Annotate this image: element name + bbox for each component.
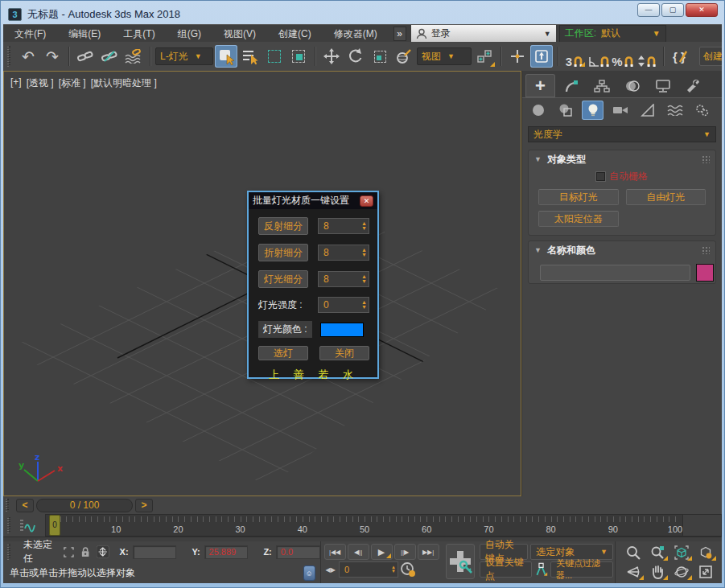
zoom-extents-all-button[interactable] — [694, 544, 717, 561]
menu-file[interactable]: 文件(F) — [3, 25, 57, 43]
select-link-button[interactable] — [74, 45, 97, 68]
close-button[interactable]: ✕ — [686, 3, 718, 17]
nudge-frame-icon[interactable]: ◀▶ — [324, 566, 337, 574]
select-move-button[interactable] — [320, 45, 343, 68]
zoom-extents-button[interactable] — [670, 544, 693, 561]
spinner-arrows-icon[interactable]: ▲▼ — [391, 562, 396, 577]
unlink-button[interactable] — [98, 45, 121, 68]
current-frame-field[interactable]: 0▲▼ — [339, 561, 398, 578]
key-filters-icon[interactable] — [534, 561, 548, 578]
reflect-subdiv-spinner[interactable]: 8▲▼ — [318, 218, 369, 234]
select-rotate-button[interactable] — [344, 45, 367, 68]
ruler-grip[interactable] — [7, 517, 13, 533]
select-manipulate-button[interactable] — [506, 45, 529, 68]
menu-modifiers[interactable]: 修改器(M) — [323, 25, 389, 43]
isolate-selection-button[interactable]: ☺ — [303, 565, 315, 581]
tab-hierarchy[interactable] — [587, 74, 616, 97]
category-cameras[interactable] — [609, 101, 631, 120]
next-frame-button[interactable]: > — [135, 499, 153, 512]
use-center-button[interactable] — [473, 45, 496, 68]
spinner-arrows-icon[interactable]: ▲▼ — [361, 245, 367, 260]
z-coord-field[interactable]: 0.0 — [276, 545, 320, 559]
dialog-close-button[interactable]: ✕ — [360, 195, 373, 207]
select-lights-button[interactable]: 选灯 — [258, 346, 308, 360]
time-slider-handle[interactable]: 0 — [49, 515, 60, 536]
timeline-grip[interactable] — [6, 499, 11, 512]
coord-system-dropdown[interactable]: 视图▼ — [417, 47, 472, 65]
select-scale-button[interactable] — [369, 45, 391, 68]
select-object-button[interactable] — [215, 45, 237, 68]
dialog-title-bar[interactable]: 批量灯光材质一键设置 ✕ — [249, 192, 377, 209]
category-spacewarps[interactable] — [664, 101, 686, 120]
spinner-arrows-icon[interactable]: ▲▼ — [361, 298, 367, 312]
light-color-swatch[interactable] — [320, 323, 364, 337]
select-place-button[interactable] — [393, 45, 415, 68]
menu-create[interactable]: 创建(C) — [267, 25, 323, 43]
select-by-name-button[interactable] — [239, 45, 262, 68]
light-subdiv-button[interactable]: 灯光细分 — [258, 270, 308, 288]
category-geometry[interactable] — [527, 101, 549, 120]
time-configuration-icon[interactable] — [400, 561, 416, 578]
pan-button[interactable] — [646, 563, 669, 581]
orbit-button[interactable] — [670, 563, 693, 581]
workspace-dropdown[interactable]: 工作区: 默认 ▼ — [559, 25, 666, 43]
go-to-end-button[interactable]: ▶▶| — [418, 544, 439, 560]
menu-overflow-button[interactable]: » — [393, 27, 406, 41]
field-of-view-button[interactable] — [622, 563, 645, 581]
reflect-subdiv-button[interactable]: 反射细分 — [258, 217, 308, 235]
tab-display[interactable] — [648, 74, 678, 97]
maximize-viewport-toggle-button[interactable] — [694, 563, 717, 581]
light-type-dropdown[interactable]: 光度学▼ — [528, 126, 716, 142]
mini-curve-editor-icon[interactable] — [19, 518, 36, 532]
angle-snap-button[interactable] — [587, 45, 610, 68]
selection-filter-dropdown[interactable]: L-灯光▼ — [155, 47, 213, 65]
time-ruler[interactable]: 0 102030405060708090100 — [45, 514, 722, 537]
toolbar-grip[interactable] — [7, 46, 13, 67]
zoom-all-button[interactable] — [646, 544, 669, 561]
named-selection-sets-button[interactable]: { } — [669, 45, 691, 68]
title-bar[interactable]: 3 无标题 - Autodesk 3ds Max 2018 — ▢ ✕ — [0, 0, 725, 24]
lock-icon[interactable] — [81, 546, 89, 558]
viewport-menu-shading[interactable]: [默认明暗处理 ] — [91, 76, 157, 90]
percent-snap-button[interactable]: % — [612, 45, 634, 68]
zoom-button[interactable] — [622, 544, 645, 561]
target-light-button[interactable]: 目标灯光 — [538, 189, 619, 205]
object-color-swatch[interactable] — [696, 264, 714, 282]
y-coord-field[interactable]: 25.889 — [204, 545, 249, 559]
redo-button[interactable]: ↷ — [41, 45, 64, 68]
tab-create[interactable]: + — [525, 74, 555, 97]
tab-motion[interactable] — [617, 74, 647, 97]
rollout-grip-icon[interactable] — [702, 155, 710, 163]
create-toolbar-label[interactable]: 创建 — [699, 47, 722, 66]
viewport-menu-pov[interactable]: [透视 ] — [27, 76, 54, 90]
login-button[interactable]: 登录 ▼ — [411, 25, 556, 43]
tab-modify[interactable] — [556, 74, 586, 97]
menu-views[interactable]: 视图(V) — [212, 25, 267, 43]
key-filters-button[interactable]: 关键点过滤器... — [550, 561, 613, 578]
bind-spacewarp-button[interactable] — [122, 45, 145, 68]
rollout-grip-icon[interactable] — [702, 246, 710, 254]
perspective-viewport[interactable]: [+] [透视 ] [标准 ] [默认明暗处理 ] — [3, 71, 521, 496]
light-intensity-spinner[interactable]: 0▲▼ — [318, 297, 369, 313]
category-systems[interactable] — [691, 101, 713, 120]
refract-subdiv-spinner[interactable]: 8▲▼ — [318, 245, 369, 261]
undo-button[interactable]: ↶ — [17, 45, 39, 68]
minimize-button[interactable]: — — [637, 3, 660, 17]
autogrid-checkbox[interactable] — [596, 172, 605, 181]
x-coord-field[interactable] — [133, 545, 177, 559]
keyboard-override-button[interactable] — [530, 45, 553, 68]
snap-3d-button[interactable]: 3 — [563, 45, 586, 68]
object-name-input[interactable] — [540, 265, 690, 281]
free-light-button[interactable]: 自由灯光 — [626, 189, 706, 205]
name-color-rollout-header[interactable]: ▼ 名称和颜色 — [529, 241, 715, 259]
spinner-snap-button[interactable] — [636, 45, 658, 68]
sun-positioner-button[interactable]: 太阳定位器 — [538, 211, 619, 227]
window-crossing-button[interactable] — [287, 45, 310, 68]
viewport-menu-general[interactable]: [+] — [10, 76, 22, 90]
selection-lock-region-icon[interactable] — [64, 546, 74, 558]
set-key-big-button[interactable] — [446, 544, 475, 579]
dialog-close-action-button[interactable]: 关闭 — [319, 346, 369, 360]
absolute-offset-toggle-icon[interactable] — [97, 545, 109, 559]
menu-group[interactable]: 组(G) — [167, 25, 212, 43]
status-grip[interactable] — [7, 544, 12, 560]
